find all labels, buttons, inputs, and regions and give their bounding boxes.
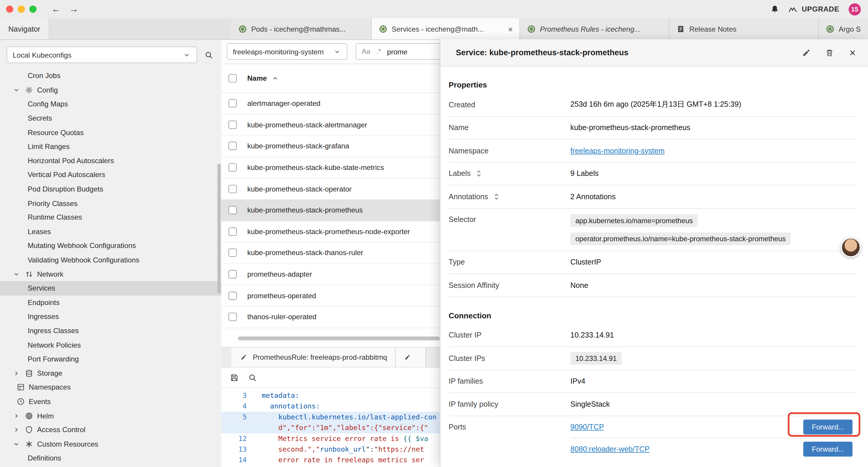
property-label: IP family policy — [449, 400, 570, 408]
drawer-body: PropertiesCreated253d 16h 6m ago (2025年1… — [440, 66, 868, 467]
column-header-name[interactable]: Name — [247, 74, 279, 83]
tab-release-notes[interactable]: Release Notes — [670, 18, 819, 39]
window-controls — [0, 6, 37, 13]
sidebar-item-access-control[interactable]: Access Control — [0, 423, 221, 437]
window-close-button[interactable] — [6, 6, 13, 13]
forward-button[interactable]: Forward... — [804, 442, 852, 457]
asterisk-icon — [24, 439, 33, 448]
sidebar-item-custom-resources[interactable]: Custom Resources — [0, 437, 221, 451]
drawer-close-icon[interactable]: × — [846, 46, 859, 59]
upgrade-icon — [788, 5, 797, 13]
sidebar-item-cron-jobs[interactable]: Cron Jobs — [0, 68, 221, 83]
back-button[interactable]: ← — [52, 4, 61, 14]
property-row-type: TypeClusterIP — [449, 251, 857, 274]
sidebar-item-storage[interactable]: Storage — [0, 366, 221, 380]
property-row-cluster-ip: Cluster IP10.233.14.91 — [449, 324, 857, 347]
edit-service-button[interactable] — [800, 48, 813, 57]
tab-label: Release Notes — [689, 25, 737, 33]
sidebar-item-ingresses[interactable]: Ingresses — [0, 310, 221, 324]
window-maximize-button[interactable] — [29, 6, 36, 13]
property-label: Created — [449, 100, 570, 109]
kubeconfig-selector[interactable]: Local Kubeconfigs — [6, 47, 197, 63]
tab-pods-icecheng-mathmas[interactable]: Pods - icecheng@mathmas... — [231, 18, 372, 39]
row-checkbox[interactable] — [228, 185, 237, 193]
row-checkbox[interactable] — [228, 164, 237, 172]
sidebar-item-limit-ranges[interactable]: Limit Ranges — [0, 140, 221, 154]
sidebar-item-config-maps[interactable]: Config Maps — [0, 97, 221, 111]
sidebar-item-vertical-pod-autoscalers[interactable]: Vertical Pod Autoscalers — [0, 168, 221, 182]
row-checkbox[interactable] — [228, 270, 237, 279]
storage-icon — [24, 369, 33, 378]
sidebar-item-priority-classes[interactable]: Priority Classes — [0, 196, 221, 210]
port-link[interactable]: 8080:reloader-web/TCP — [570, 445, 650, 454]
sidebar-item-ingress-classes[interactable]: Ingress Classes — [0, 324, 221, 338]
selector-badge: app.kubernetes.io/name=prometheus — [570, 214, 698, 227]
sidebar-item-leases[interactable]: Leases — [0, 224, 221, 238]
notifications-bell-icon[interactable] — [770, 5, 779, 13]
sidebar-item-secrets[interactable]: Secrets — [0, 111, 221, 125]
sidebar-item-network-policies[interactable]: Network Policies — [0, 338, 221, 352]
property-label: Ports — [449, 416, 570, 460]
sidebar-item-helm[interactable]: Helm — [0, 408, 221, 423]
namespaces-icon — [16, 383, 25, 392]
tab-services-icecheng-math[interactable]: Services - icecheng@math...× — [372, 18, 520, 39]
row-checkbox[interactable] — [228, 313, 237, 321]
property-label: Cluster IP — [449, 331, 570, 339]
sidebar-item-namespaces[interactable]: Namespaces — [0, 380, 221, 395]
sidebar-item-events[interactable]: Events — [0, 394, 221, 408]
section-title: Connection — [449, 311, 857, 320]
window-minimize-button[interactable] — [18, 6, 25, 13]
line-number: 13 — [221, 444, 256, 455]
tab-close-icon[interactable]: × — [505, 24, 513, 33]
row-checkbox[interactable] — [228, 121, 237, 129]
sidebar-item-validating-webhook-configurations[interactable]: Validating Webhook Configurations — [0, 253, 221, 267]
horizontal-scrollbar[interactable] — [238, 337, 440, 340]
sidebar-item-network[interactable]: Network — [0, 267, 221, 281]
forward-button-nav[interactable]: → — [69, 4, 79, 14]
row-checkbox[interactable] — [228, 227, 237, 236]
property-value: 10.233.14.91 — [570, 331, 614, 339]
user-avatar[interactable] — [841, 237, 861, 257]
sidebar-item-endpoints[interactable]: Endpoints — [0, 295, 221, 310]
sidebar-item-label: Events — [29, 397, 51, 406]
delete-service-button[interactable] — [823, 48, 836, 57]
sidebar-scrollbar[interactable] — [217, 164, 221, 293]
sidebar-search-icon[interactable] — [200, 47, 217, 63]
match-case-toggle[interactable]: Aa — [362, 48, 370, 55]
chevron-down-icon — [11, 269, 20, 279]
row-checkbox[interactable] — [228, 142, 237, 150]
tab-argo-s[interactable]: Argo S — [819, 18, 868, 39]
sidebar-item-definitions[interactable]: Definitions — [0, 451, 221, 465]
row-checkbox[interactable] — [228, 291, 237, 300]
namespace-filter[interactable]: freeleaps-monitoring-system — [227, 43, 347, 60]
sidebar-item-port-forwarding[interactable]: Port Forwarding — [0, 352, 221, 366]
row-checkbox[interactable] — [228, 249, 237, 257]
property-label: IP families — [449, 377, 570, 385]
line-number: 5 — [221, 412, 256, 422]
save-icon[interactable] — [229, 373, 239, 382]
sidebar-item-resource-quotas[interactable]: Resource Quotas — [0, 125, 221, 140]
row-checkbox[interactable] — [228, 206, 237, 214]
dock-tab-next[interactable] — [395, 348, 426, 367]
property-row-cluster-ips: Cluster IPs10.233.14.91 — [449, 347, 857, 370]
sidebar-item-config[interactable]: Config — [0, 83, 221, 97]
sidebar-item-horizontal-pod-autoscalers[interactable]: Horizontal Pod Autoscalers — [0, 154, 221, 168]
editor-search-icon[interactable] — [248, 373, 257, 382]
sidebar-item-pod-disruption-budgets[interactable]: Pod Disruption Budgets — [0, 182, 221, 196]
upgrade-button[interactable]: UPGRADE — [788, 5, 839, 13]
sidebar-item-services[interactable]: Services — [0, 281, 221, 295]
dock-tab-prometheusrule[interactable]: PrometheusRule: freeleaps-prod-rabbitmq — [231, 348, 396, 367]
navigator-header[interactable]: Navigator — [0, 18, 49, 39]
select-all-checkbox[interactable] — [228, 74, 237, 83]
search-input[interactable]: prome — [387, 47, 407, 56]
notification-count-badge[interactable]: 15 — [848, 3, 861, 15]
sidebar-item-mutating-webhook-configurations[interactable]: Mutating Webhook Configurations — [0, 238, 221, 253]
property-value: kube-prometheus-stack-prometheus — [570, 123, 690, 132]
port-link[interactable]: 9090/TCP — [570, 423, 604, 431]
sidebar-item-runtime-classes[interactable]: Runtime Classes — [0, 210, 221, 224]
row-checkbox[interactable] — [228, 99, 237, 108]
regex-toggle[interactable]: .* — [376, 48, 381, 55]
tab-prometheus-rules-icecheng[interactable]: Prometheus Rules - icecheng... — [520, 18, 670, 39]
forward-button-9090[interactable]: Forward... — [804, 419, 852, 435]
property-value[interactable]: freeleaps-monitoring-system — [570, 147, 665, 155]
